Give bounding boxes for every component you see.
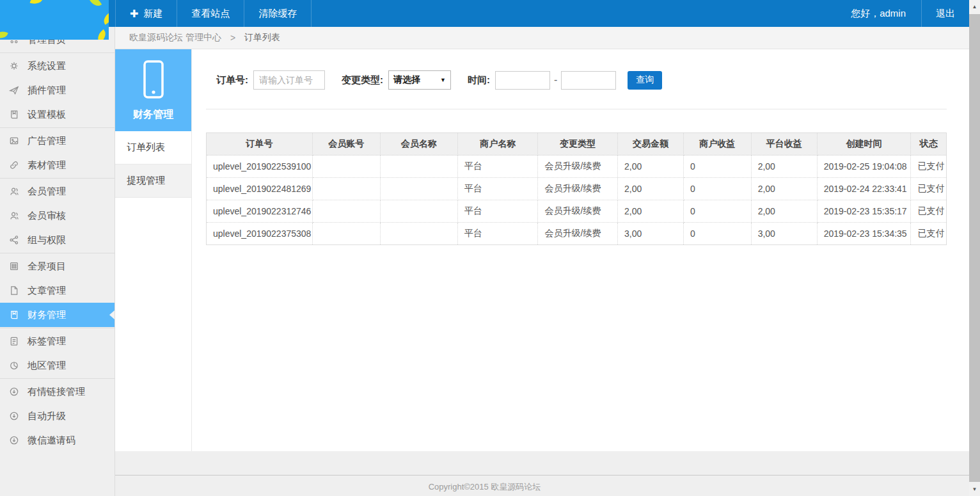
breadcrumb-site[interactable]: 欧皇源码论坛 管理中心 (129, 32, 221, 44)
sidebar-item-plugins[interactable]: 插件管理 (0, 78, 115, 102)
sidebar-item-friend-links[interactable]: 有情链接管理 (0, 380, 115, 404)
table-cell: 已支付 (911, 178, 947, 200)
order-no-input[interactable] (253, 70, 325, 90)
scrollbar-down-arrow[interactable]: ▼ (969, 484, 980, 495)
column-header: 会员名称 (380, 133, 457, 156)
top-header: ✚ 新建 查看站点 清除缓存 您好，admin 退出 (0, 0, 969, 27)
table-cell: 2019-02-25 19:04:08 (817, 156, 911, 178)
table-cell: 0 (683, 200, 751, 223)
sidebar-item-articles[interactable]: 文章管理 (0, 278, 115, 303)
table-row: uplevel_2019022539100平台会员升级/续费2,0002,002… (207, 156, 947, 178)
header-right: 您好，admin 退出 (835, 0, 969, 27)
scrollbar-thumb[interactable] (969, 14, 980, 482)
main-sidebar: 管理首页 系统设置 插件管理 设置模板 广告管理 (0, 27, 115, 496)
sidebar-item-ads[interactable]: 广告管理 (0, 129, 115, 153)
sidebar-item-wechat-invite[interactable]: 微信邀请码 (0, 428, 115, 452)
new-button[interactable]: ✚ 新建 (115, 0, 177, 27)
table-row: uplevel_2019022481269平台会员升级/续费2,0002,002… (207, 178, 947, 200)
table-cell (380, 200, 457, 223)
download-circle-icon (9, 411, 19, 421)
time-start-input[interactable] (495, 71, 550, 90)
link-icon (9, 160, 19, 170)
column-header: 平台收益 (751, 133, 817, 156)
table-cell: 0 (683, 178, 751, 200)
sidebar-item-members[interactable]: 会员管理 (0, 179, 115, 204)
user-greeting: 您好，admin (835, 0, 921, 27)
table-cell (380, 178, 457, 200)
submenu-header: 财务管理 (115, 49, 191, 131)
sidebar-item-groups-permissions[interactable]: 组与权限 (0, 228, 115, 252)
image-icon (9, 136, 19, 146)
sidebar-item-member-review[interactable]: 会员审核 (0, 204, 115, 228)
search-form: 订单号: 变更类型: 请选择 ▼ 时间: - 查询 (216, 70, 947, 90)
breadcrumb-separator: > (230, 33, 235, 43)
breadcrumb: 欧皇源码论坛 管理中心 > 订单列表 (115, 27, 969, 49)
submenu-item-withdrawal[interactable]: 提现管理 (115, 164, 191, 198)
form-divider (206, 109, 947, 109)
sidebar-item-system-settings[interactable]: 系统设置 (0, 54, 115, 78)
submenu-item-order-list[interactable]: 订单列表 (115, 131, 191, 164)
plus-icon: ✚ (130, 8, 138, 20)
column-header: 商户收益 (683, 133, 751, 156)
table-cell: 2,00 (751, 178, 817, 200)
leaf-icon (89, 0, 102, 9)
sidebar-item-materials[interactable]: 素材管理 (0, 153, 115, 177)
table-cell: 2019-02-24 22:33:41 (817, 178, 911, 200)
leaf-icon (101, 12, 109, 24)
table-cell (312, 200, 380, 223)
sidebar-item-tags[interactable]: 标签管理 (0, 329, 115, 353)
user-check-icon (9, 211, 19, 221)
new-button-label: 新建 (143, 8, 162, 20)
table-cell: 2,00 (617, 200, 683, 223)
chevron-down-icon: ▼ (440, 77, 446, 83)
scrollbar-up-arrow[interactable]: ▲ (969, 1, 980, 12)
table-cell: 2019-02-23 15:35:17 (817, 200, 911, 223)
time-label: 时间: (468, 74, 490, 86)
table-cell: 2,00 (751, 200, 817, 223)
download-circle-icon (9, 435, 19, 445)
breadcrumb-current: 订单列表 (244, 32, 280, 44)
table-cell: 3,00 (617, 223, 683, 245)
column-header: 交易金额 (617, 133, 683, 156)
column-header: 创建时间 (817, 133, 911, 156)
table-cell: 2,00 (617, 156, 683, 178)
sidebar-item-regions[interactable]: 地区管理 (0, 353, 115, 378)
order-no-label: 订单号: (216, 74, 248, 86)
sidebar-item-finance[interactable]: 财务管理 (0, 303, 115, 327)
phone-icon (139, 60, 168, 100)
sidebar-item-templates[interactable]: 设置模板 (0, 102, 115, 127)
sidebar-item-panorama-projects[interactable]: 全景项目 (0, 254, 115, 278)
book-icon (9, 109, 19, 120)
table-cell: 2,00 (751, 156, 817, 178)
time-end-input[interactable] (561, 71, 616, 90)
column-header: 订单号 (207, 133, 313, 156)
column-header: 会员账号 (312, 133, 380, 156)
search-button[interactable]: 查询 (628, 71, 662, 90)
submenu-title: 财务管理 (133, 108, 174, 122)
table-cell: 2019-02-23 15:34:35 (817, 223, 911, 245)
table-cell (380, 223, 457, 245)
tag-doc-icon (9, 336, 19, 346)
view-site-label: 查看站点 (191, 8, 230, 20)
clear-cache-label: 清除缓存 (258, 8, 297, 20)
sidebar-item-auto-upgrade[interactable]: 自动升级 (0, 404, 115, 428)
table-cell: 会员升级/续费 (538, 200, 618, 223)
table-cell: uplevel_2019022539100 (207, 156, 313, 178)
table-cell: 会员升级/续费 (538, 156, 618, 178)
site-logo (0, 0, 109, 40)
file-icon (9, 285, 19, 296)
table-cell (312, 178, 380, 200)
table-cell: 0 (683, 223, 751, 245)
table-cell: uplevel_2019022481269 (207, 178, 313, 200)
table-cell: 平台 (457, 200, 537, 223)
share-icon (9, 235, 19, 245)
clear-cache-button[interactable]: 清除缓存 (244, 0, 312, 27)
logout-button[interactable]: 退出 (921, 0, 969, 27)
pie-icon (9, 360, 19, 371)
copyright-text: Copyright©2015 欧皇源码论坛 (0, 481, 969, 493)
leaf-icon (0, 29, 8, 40)
footer-divider (115, 475, 969, 476)
view-site-button[interactable]: 查看站点 (177, 0, 244, 27)
change-type-select[interactable]: 请选择 ▼ (388, 70, 451, 90)
table-cell: 3,00 (751, 223, 817, 245)
